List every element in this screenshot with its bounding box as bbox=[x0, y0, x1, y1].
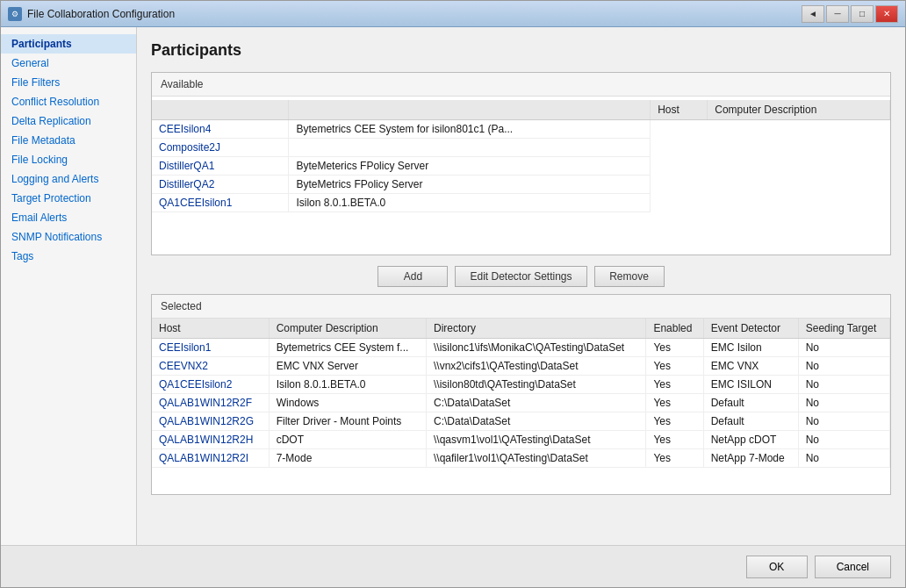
sidebar-item-file-metadata[interactable]: File Metadata bbox=[1, 131, 136, 150]
sel-dir: \\isilon80td\QATesting\DataSet bbox=[426, 376, 645, 394]
app-icon: ⚙ bbox=[8, 7, 22, 21]
sidebar: ParticipantsGeneralFile FiltersConflict … bbox=[1, 27, 137, 545]
main-content: Participants Available HostComputer Desc… bbox=[137, 27, 905, 545]
available-description: ByteMetrics FPolicy Server bbox=[289, 176, 651, 194]
sidebar-item-conflict-resolution[interactable]: Conflict Resolution bbox=[1, 92, 136, 111]
edit-detector-button[interactable]: Edit Detector Settings bbox=[455, 266, 586, 287]
back-button[interactable]: ◄ bbox=[802, 5, 824, 23]
sel-enabled: Yes bbox=[646, 412, 703, 431]
selected-row[interactable]: QALAB1WIN12R2FWindowsC:\Data\DataSetYesD… bbox=[152, 394, 890, 412]
sel-desc: 7-Mode bbox=[269, 449, 426, 468]
sel-enabled: Yes bbox=[646, 394, 703, 412]
available-row[interactable]: Composite2J bbox=[152, 139, 890, 157]
available-row[interactable]: DistillerQA1ByteMeterics FPolicy Server bbox=[152, 157, 890, 176]
available-host: DistillerQA2 bbox=[152, 176, 289, 194]
window-title: File Collaboration Configuration bbox=[27, 8, 175, 20]
selected-row[interactable]: QALAB1WIN12R2GFilter Driver - Mount Poin… bbox=[152, 412, 890, 431]
sel-enabled: Yes bbox=[646, 339, 703, 357]
sel-detector: NetApp cDOT bbox=[703, 431, 798, 449]
available-description: Bytemetrics CEE System for isilon801c1 (… bbox=[289, 120, 651, 139]
sel-enabled: Yes bbox=[646, 449, 703, 468]
sidebar-item-target-protection[interactable]: Target Protection bbox=[1, 189, 136, 208]
sel-enabled: Yes bbox=[646, 431, 703, 449]
available-col-host bbox=[152, 100, 289, 120]
sidebar-item-general[interactable]: General bbox=[1, 54, 136, 73]
sel-seeding: No bbox=[798, 339, 889, 357]
sel-col-enabled: Enabled bbox=[646, 319, 703, 339]
action-buttons: Add Edit Detector Settings Remove bbox=[151, 266, 891, 287]
selected-row[interactable]: QALAB1WIN12R2HcDOT\\qasvm1\vol1\QATestin… bbox=[152, 431, 890, 449]
main-window: ⚙ File Collaboration Configuration ◄ ─ □… bbox=[0, 0, 906, 588]
sel-host: QALAB1WIN12R2G bbox=[152, 412, 269, 431]
sel-col-host: Host bbox=[152, 319, 269, 339]
sel-host: QA1CEEIsilon2 bbox=[152, 376, 269, 394]
available-col-desc bbox=[289, 100, 651, 120]
selected-row[interactable]: QALAB1WIN12R2I7-Mode\\qafiler1\vol1\QATe… bbox=[152, 449, 890, 468]
sel-detector: EMC VNX bbox=[703, 357, 798, 376]
sel-detector: EMC Isilon bbox=[703, 339, 798, 357]
selected-label: Selected bbox=[152, 295, 890, 319]
col-computer-description: Computer Description bbox=[708, 100, 890, 120]
sel-detector: EMC ISILON bbox=[703, 376, 798, 394]
selected-row[interactable]: QA1CEEIsilon2Isilon 8.0.1.BETA.0\\isilon… bbox=[152, 376, 890, 394]
sel-desc: Windows bbox=[269, 394, 426, 412]
sel-dir: \\qasvm1\vol1\QATesting\DataSet bbox=[426, 431, 645, 449]
available-host: QA1CEEIsilon1 bbox=[152, 194, 289, 212]
sel-col-computer-description: Computer Description bbox=[269, 319, 426, 339]
available-table-wrap: HostComputer Description CEEIsilon4Bytem… bbox=[152, 97, 890, 255]
content-area: ParticipantsGeneralFile FiltersConflict … bbox=[1, 27, 905, 545]
sel-host: QALAB1WIN12R2I bbox=[152, 449, 269, 468]
sel-enabled: Yes bbox=[646, 357, 703, 376]
sel-col-event-detector: Event Detector bbox=[703, 319, 798, 339]
available-row[interactable]: DistillerQA2ByteMetrics FPolicy Server bbox=[152, 176, 890, 194]
sel-seeding: No bbox=[798, 376, 889, 394]
add-button[interactable]: Add bbox=[378, 266, 448, 287]
close-button[interactable]: ✕ bbox=[875, 5, 898, 23]
available-host: Composite2J bbox=[152, 139, 289, 157]
sel-desc: Filter Driver - Mount Points bbox=[269, 412, 426, 431]
sel-host: QALAB1WIN12R2H bbox=[152, 431, 269, 449]
title-bar-left: ⚙ File Collaboration Configuration bbox=[8, 7, 175, 21]
available-table: HostComputer Description CEEIsilon4Bytem… bbox=[152, 100, 890, 212]
available-row[interactable]: QA1CEEIsilon1Isilon 8.0.1.BETA.0 bbox=[152, 194, 890, 212]
available-row[interactable]: CEEIsilon4Bytemetrics CEE System for isi… bbox=[152, 120, 890, 139]
sel-seeding: No bbox=[798, 394, 889, 412]
ok-button[interactable]: OK bbox=[746, 556, 808, 578]
col-host: Host bbox=[651, 100, 708, 120]
sel-col-seeding-target: Seeding Target bbox=[798, 319, 889, 339]
sel-col-directory: Directory bbox=[426, 319, 645, 339]
selected-row[interactable]: CEEIsilon1Bytemetrics CEE System f...\\i… bbox=[152, 339, 890, 357]
sel-desc: cDOT bbox=[269, 431, 426, 449]
sel-seeding: No bbox=[798, 357, 889, 376]
cancel-button[interactable]: Cancel bbox=[815, 556, 891, 578]
restore-button[interactable]: □ bbox=[851, 5, 874, 23]
selected-section: Selected HostComputer DescriptionDirecto… bbox=[151, 294, 891, 495]
window-controls: ◄ ─ □ ✕ bbox=[802, 5, 898, 23]
sidebar-item-snmp-notifications[interactable]: SNMP Notifications bbox=[1, 227, 136, 247]
sel-dir: C:\Data\DataSet bbox=[426, 412, 645, 431]
available-description: Isilon 8.0.1.BETA.0 bbox=[289, 194, 651, 212]
sidebar-item-delta-replication[interactable]: Delta Replication bbox=[1, 111, 136, 131]
footer-bar: OK Cancel bbox=[1, 545, 905, 587]
sel-host: CEEVNX2 bbox=[152, 357, 269, 376]
sidebar-item-participants[interactable]: Participants bbox=[1, 34, 136, 54]
sel-seeding: No bbox=[798, 449, 889, 468]
available-label: Available bbox=[152, 73, 890, 97]
remove-button[interactable]: Remove bbox=[594, 266, 665, 287]
sel-enabled: Yes bbox=[646, 376, 703, 394]
available-description bbox=[289, 139, 651, 157]
sidebar-item-email-alerts[interactable]: Email Alerts bbox=[1, 208, 136, 227]
sel-desc: Bytemetrics CEE System f... bbox=[269, 339, 426, 357]
sel-dir: \\qafiler1\vol1\QATesting\DataSet bbox=[426, 449, 645, 468]
selected-row[interactable]: CEEVNX2EMC VNX Server\\vnx2\cifs1\QATest… bbox=[152, 357, 890, 376]
selected-table-wrap: HostComputer DescriptionDirectoryEnabled… bbox=[152, 319, 890, 494]
sidebar-item-logging-alerts[interactable]: Logging and Alerts bbox=[1, 169, 136, 189]
sel-desc: Isilon 8.0.1.BETA.0 bbox=[269, 376, 426, 394]
minimize-button[interactable]: ─ bbox=[826, 5, 849, 23]
sel-host: CEEIsilon1 bbox=[152, 339, 269, 357]
sidebar-item-file-locking[interactable]: File Locking bbox=[1, 150, 136, 169]
sidebar-item-tags[interactable]: Tags bbox=[1, 247, 136, 266]
sel-seeding: No bbox=[798, 412, 889, 431]
sidebar-item-file-filters[interactable]: File Filters bbox=[1, 73, 136, 92]
sel-desc: EMC VNX Server bbox=[269, 357, 426, 376]
